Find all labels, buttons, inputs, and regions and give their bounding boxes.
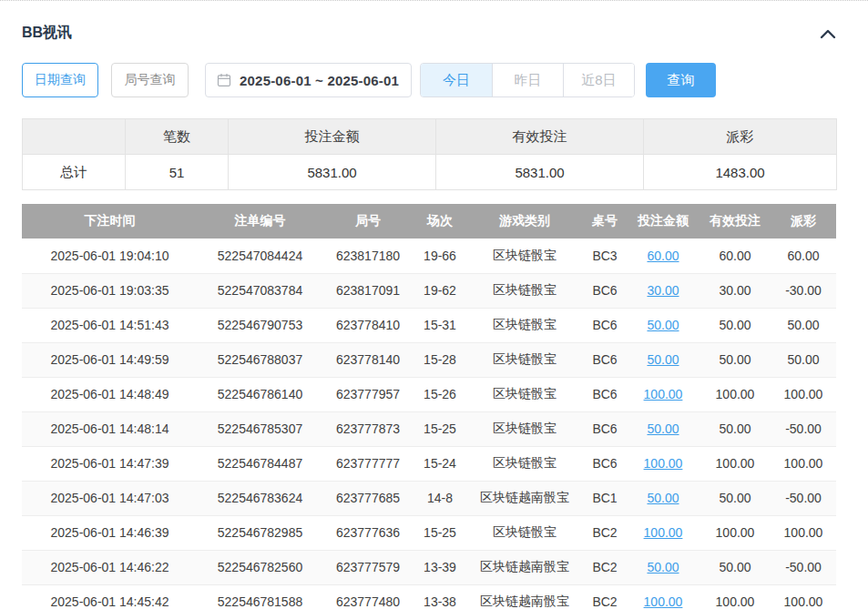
session-cell: 15-28 xyxy=(414,342,466,377)
date-range-value: 2025-06-01 ~ 2025-06-01 xyxy=(240,73,399,88)
table-number-cell: BC6 xyxy=(583,377,627,411)
game-type-cell: 区块链骰宝 xyxy=(466,515,583,550)
game-type-cell: 区块链骰宝 xyxy=(466,377,583,411)
round-query-button[interactable]: 局号查询 xyxy=(111,63,189,97)
session-cell: 15-25 xyxy=(414,515,466,550)
session-cell: 15-26 xyxy=(414,377,466,411)
bet-amount-cell: 50.00 xyxy=(627,550,700,584)
collapse-button[interactable] xyxy=(820,28,836,39)
summary-header-payout: 派彩 xyxy=(644,119,837,155)
order-number-cell: 522546783624 xyxy=(198,481,322,515)
bet-amount-link[interactable]: 100.00 xyxy=(644,456,683,471)
bet-table-header-row: 下注时间 注单编号 局号 场次 游戏类别 桌号 投注金额 有效投注 派彩 xyxy=(22,204,836,239)
bet-amount-link[interactable]: 100.00 xyxy=(644,525,683,540)
bet-amount-cell: 60.00 xyxy=(627,239,700,273)
game-type-cell: 区块链骰宝 xyxy=(466,342,583,377)
bet-amount-cell: 100.00 xyxy=(627,446,700,481)
table-row: 2025-06-01 14:49:59 522546788037 6237781… xyxy=(22,342,836,377)
payout-cell: -30.00 xyxy=(771,273,836,308)
bet-time-cell: 2025-06-01 14:49:59 xyxy=(22,342,198,377)
payout-cell: 100.00 xyxy=(771,377,836,411)
bet-table-body: 2025-06-01 19:04:10 522547084424 6238171… xyxy=(22,239,836,609)
round-number-cell: 623777579 xyxy=(322,550,414,584)
table-row: 2025-06-01 19:04:10 522547084424 6238171… xyxy=(22,239,836,273)
bet-amount-cell: 100.00 xyxy=(627,584,700,609)
session-cell: 14-8 xyxy=(414,481,466,515)
header-order-number: 注单编号 xyxy=(198,204,322,239)
round-number-cell: 623777636 xyxy=(322,515,414,550)
bet-amount-link[interactable]: 100.00 xyxy=(644,387,683,401)
payout-cell: 60.00 xyxy=(771,239,836,273)
table-row: 2025-06-01 14:46:22 522546782560 6237775… xyxy=(22,550,836,584)
valid-bet-cell: 50.00 xyxy=(700,481,771,515)
summary-total-payout: 1483.00 xyxy=(644,155,837,190)
summary-corner-cell xyxy=(23,119,126,155)
bet-amount-cell: 50.00 xyxy=(627,411,700,446)
bet-amount-link[interactable]: 50.00 xyxy=(647,560,679,574)
valid-bet-cell: 100.00 xyxy=(700,446,771,481)
payout-cell: -50.00 xyxy=(771,550,836,584)
bet-amount-link[interactable]: 50.00 xyxy=(647,421,679,436)
date-range-input[interactable]: 2025-06-01 ~ 2025-06-01 xyxy=(205,63,412,97)
game-type-cell: 区块链越南骰宝 xyxy=(466,481,583,515)
bet-amount-link[interactable]: 50.00 xyxy=(647,491,679,505)
table-row: 2025-06-01 14:51:43 522546790753 6237784… xyxy=(22,308,836,342)
round-number-cell: 623777480 xyxy=(322,584,414,609)
bet-time-cell: 2025-06-01 14:45:42 xyxy=(22,584,198,609)
valid-bet-cell: 50.00 xyxy=(700,411,771,446)
header-game-type: 游戏类别 xyxy=(466,204,583,239)
valid-bet-cell: 100.00 xyxy=(700,515,771,550)
session-cell: 15-25 xyxy=(414,411,466,446)
order-number-cell: 522546788037 xyxy=(198,342,322,377)
table-row: 2025-06-01 14:47:39 522546784487 6237777… xyxy=(22,446,836,481)
search-button[interactable]: 查询 xyxy=(646,63,716,97)
summary-total-bet-amount: 5831.00 xyxy=(229,155,436,190)
table-number-cell: BC6 xyxy=(583,342,627,377)
game-type-cell: 区块链骰宝 xyxy=(466,273,583,308)
table-number-cell: BC2 xyxy=(583,550,627,584)
order-number-cell: 522546782985 xyxy=(198,515,322,550)
order-number-cell: 522547083784 xyxy=(198,273,322,308)
round-number-cell: 623777873 xyxy=(322,411,414,446)
table-number-cell: BC6 xyxy=(583,411,627,446)
table-number-cell: BC3 xyxy=(583,239,627,273)
game-type-cell: 区块链骰宝 xyxy=(466,308,583,342)
header-bet-amount: 投注金额 xyxy=(627,204,700,239)
session-cell: 15-24 xyxy=(414,446,466,481)
bet-time-cell: 2025-06-01 14:48:14 xyxy=(22,411,198,446)
round-number-cell: 623778140 xyxy=(322,342,414,377)
header-round-number: 局号 xyxy=(322,204,414,239)
summary-header-bet-amount: 投注金额 xyxy=(229,119,436,155)
bet-amount-link[interactable]: 50.00 xyxy=(647,318,679,332)
bet-time-cell: 2025-06-01 19:03:35 xyxy=(22,273,198,308)
bet-amount-link[interactable]: 100.00 xyxy=(644,594,683,609)
table-row: 2025-06-01 19:03:35 522547083784 6238170… xyxy=(22,273,836,308)
table-number-cell: BC2 xyxy=(583,584,627,609)
order-number-cell: 522546784487 xyxy=(198,446,322,481)
summary-total-label: 总计 xyxy=(23,155,126,190)
table-number-cell: BC6 xyxy=(583,308,627,342)
valid-bet-cell: 50.00 xyxy=(700,308,771,342)
session-cell: 13-39 xyxy=(414,550,466,584)
quick-range-today-button[interactable]: 今日 xyxy=(421,64,492,96)
bet-amount-link[interactable]: 50.00 xyxy=(647,352,679,367)
summary-header-count: 笔数 xyxy=(126,119,229,155)
table-number-cell: BC2 xyxy=(583,515,627,550)
calendar-icon xyxy=(217,73,231,87)
round-number-cell: 623817091 xyxy=(322,273,414,308)
payout-cell: 100.00 xyxy=(771,515,836,550)
bet-amount-cell: 100.00 xyxy=(627,377,700,411)
bet-amount-link[interactable]: 30.00 xyxy=(647,283,679,298)
order-number-cell: 522547084424 xyxy=(198,239,322,273)
bet-amount-link[interactable]: 60.00 xyxy=(647,249,679,263)
date-query-button[interactable]: 日期查询 xyxy=(22,63,98,97)
valid-bet-cell: 50.00 xyxy=(700,550,771,584)
bet-amount-cell: 30.00 xyxy=(627,273,700,308)
quick-range-group: 今日 昨日 近8日 xyxy=(420,63,635,97)
valid-bet-cell: 50.00 xyxy=(700,342,771,377)
quick-range-yesterday-button[interactable]: 昨日 xyxy=(492,64,563,96)
quick-range-last8days-button[interactable]: 近8日 xyxy=(563,64,634,96)
bet-time-cell: 2025-06-01 14:47:03 xyxy=(22,481,198,515)
payout-cell: -50.00 xyxy=(771,481,836,515)
session-cell: 15-31 xyxy=(414,308,466,342)
